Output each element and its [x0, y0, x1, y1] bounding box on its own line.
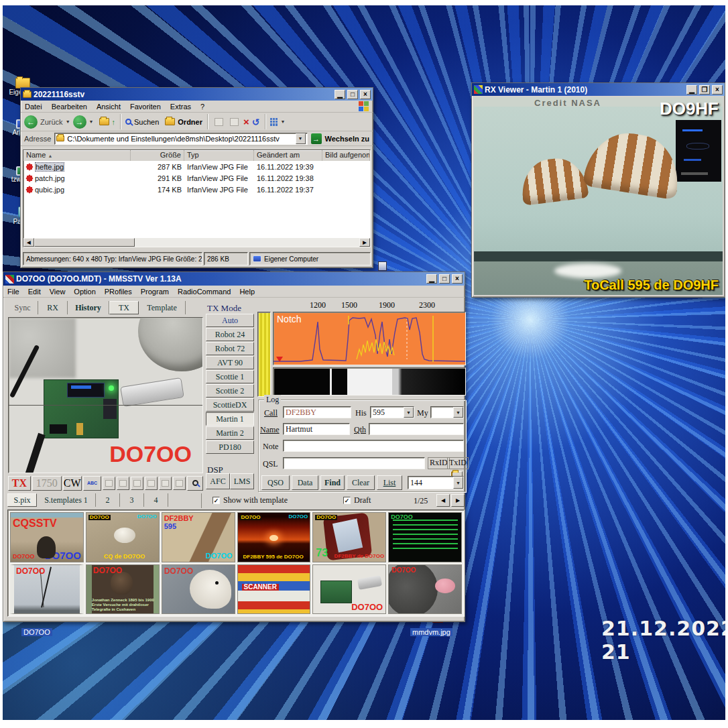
sstv-thumbnail[interactable]: DF2BBY 595 DO7OO	[162, 512, 235, 562]
tx-mode-button[interactable]: AVT 90	[206, 356, 254, 369]
call-input[interactable]: DF2BBY	[283, 406, 351, 418]
tab-stemplates1[interactable]: S.templates 1	[37, 493, 96, 507]
template-tool-button[interactable]	[131, 477, 143, 490]
zoom-button[interactable]	[187, 476, 203, 491]
address-input[interactable]: C:\Dokumente und Einstellungen\de8msh\De…	[54, 133, 307, 145]
menu-item-help[interactable]: ?	[200, 103, 204, 111]
his-combo[interactable]: 595▼	[370, 406, 414, 418]
tab-tx[interactable]: TX	[109, 301, 139, 314]
sstv-thumbnail[interactable]: SCANNER	[237, 564, 311, 615]
tx-mode-button[interactable]: Scottie 2	[206, 384, 254, 398]
sstv-thumbnail[interactable]: DO7OO	[388, 512, 462, 562]
tx-mode-button[interactable]: Scottie 1	[206, 370, 254, 383]
template-tool-button[interactable]	[159, 477, 172, 490]
tab-2[interactable]: 2	[96, 493, 120, 507]
views-icon[interactable]	[270, 118, 278, 126]
lms-button[interactable]: LMS	[230, 473, 254, 489]
column-header-name[interactable]: Name ▲	[23, 150, 131, 161]
sstv-thumbnail[interactable]: DO7OO 73 DF2BBY de DO7OO	[312, 512, 386, 562]
sstv-thumbnail[interactable]: DO7OO	[312, 564, 386, 615]
desktop-icon-do7oo[interactable]: DO7OO	[21, 625, 52, 638]
clear-button[interactable]: Clear	[347, 475, 375, 490]
tx-mode-button[interactable]: Robot 72	[206, 342, 254, 355]
scrollbar-thumb[interactable]	[34, 238, 135, 247]
tx-mode-button[interactable]: ScottieDX	[206, 398, 254, 412]
minimize-button[interactable]: ▁	[335, 90, 345, 99]
template-tool-button[interactable]	[173, 477, 186, 490]
back-button-label[interactable]: Zurück	[40, 118, 63, 126]
sstv-thumbnail[interactable]: DO7OO	[388, 564, 462, 615]
menu-item-favoriten[interactable]: Favoriten	[130, 103, 161, 111]
text-abc-button[interactable]: ABC	[83, 476, 102, 491]
scroll-left-button[interactable]: ◀	[23, 238, 34, 247]
waterfall-display[interactable]	[273, 367, 466, 396]
menu-item-ansicht[interactable]: Ansicht	[97, 103, 121, 111]
note-input[interactable]	[283, 440, 464, 452]
menu-item-help[interactable]: Help	[239, 288, 255, 296]
menu-item-radiocommand[interactable]: RadioCommand	[178, 288, 231, 296]
menu-item-datei[interactable]: Datei	[25, 103, 42, 111]
forward-dropdown-icon[interactable]: ▼	[89, 119, 94, 124]
marker-icon[interactable]	[276, 357, 283, 362]
horizontal-scrollbar[interactable]: ◀ ▶	[23, 238, 370, 247]
menu-item-program[interactable]: Program	[141, 288, 169, 296]
list-button[interactable]: List	[377, 475, 402, 490]
tx-mode-button[interactable]: PD180	[206, 440, 254, 454]
tab-sync[interactable]: Sync	[7, 301, 38, 314]
sstv-thumbnail[interactable]: DO7OO Jonathan Zenneck 1895 bis 1900 Ers…	[86, 564, 160, 615]
rx-viewer-titlebar[interactable]: RX Viewer - Martin 1 (2010) ▁ ❐ ×	[472, 83, 725, 96]
qsl-input[interactable]	[283, 457, 425, 469]
close-button[interactable]: ×	[360, 90, 371, 99]
column-header-type[interactable]: Typ	[184, 150, 254, 161]
up-folder-icon[interactable]	[99, 118, 109, 125]
menu-item-file[interactable]: File	[7, 288, 19, 296]
folders-icon[interactable]	[165, 118, 175, 125]
my-combo[interactable]: ▼	[430, 406, 464, 418]
find-button[interactable]: Find	[320, 475, 345, 490]
tab-rx[interactable]: RX	[38, 301, 68, 314]
delete-icon[interactable]: ×	[243, 116, 249, 127]
menu-item-bearbeiten[interactable]: Bearbeiten	[52, 103, 87, 111]
back-dropdown-icon[interactable]: ▼	[66, 119, 70, 124]
tone-1750-button[interactable]: 1750	[32, 476, 62, 491]
column-header-modified[interactable]: Geändert am	[254, 150, 322, 161]
template-tool-button[interactable]	[103, 477, 115, 490]
sstv-thumbnail[interactable]: DO7OO	[10, 564, 84, 615]
prev-page-button[interactable]: ◀	[436, 494, 450, 507]
sstv-thumbnail[interactable]: DO7OO DO7OO CQ de DO7OO	[86, 512, 160, 562]
search-icon[interactable]	[125, 119, 131, 125]
tab-4[interactable]: 4	[144, 493, 168, 507]
move-to-button[interactable]	[213, 115, 225, 129]
undo-icon[interactable]: ↺	[252, 117, 260, 127]
txid-toggle[interactable]: TxID	[447, 457, 469, 469]
explorer-titlebar[interactable]: 20221116sstv ▁ □ ×	[21, 88, 373, 101]
menu-item-edit[interactable]: Edit	[28, 288, 41, 296]
menu-item-option[interactable]: Option	[74, 288, 95, 296]
file-row[interactable]: hefte.jpg 287 KB IrfanView JPG File 16.1…	[23, 161, 370, 172]
template-tool-button[interactable]	[117, 477, 129, 490]
name-input[interactable]: Hartmut	[283, 423, 350, 435]
copy-to-button[interactable]	[228, 115, 241, 129]
maximize-button[interactable]: □	[439, 274, 450, 284]
search-button-label[interactable]: Suchen	[134, 118, 159, 126]
tx-mode-button-active[interactable]: Martin 1	[206, 412, 254, 426]
cw-button[interactable]: CW	[63, 476, 82, 491]
band-combo[interactable]: 144▼	[408, 476, 464, 489]
tab-spix[interactable]: S.pix	[7, 493, 37, 507]
next-page-button[interactable]: ▶	[451, 494, 465, 507]
spectrum-display[interactable]: Notch	[273, 312, 466, 365]
sstv-thumbnail[interactable]: DO7OO DO7OO DF2BBY 595 de DO7OO	[237, 512, 311, 562]
close-button[interactable]: ×	[712, 85, 723, 95]
go-button-label[interactable]: Wechseln zu	[325, 135, 369, 143]
sstv-thumbnail[interactable]: CQSSTV DO7OO DO7OO	[10, 512, 84, 562]
tx-mode-button[interactable]: Auto	[206, 314, 254, 327]
rxid-toggle[interactable]: RxID	[428, 457, 450, 469]
desktop-icon-mmdvm[interactable]: mmdvm.jpg	[410, 625, 452, 638]
folders-button-label[interactable]: Ordner	[178, 118, 202, 126]
file-row[interactable]: patch.jpg 291 KB IrfanView JPG File 16.1…	[23, 172, 370, 184]
column-header-photo-taken[interactable]: Bild aufgenomm	[322, 150, 370, 161]
tab-history[interactable]: History	[68, 301, 109, 314]
views-dropdown-icon[interactable]: ▼	[281, 119, 286, 124]
show-template-checkbox[interactable]: ✓ Show with template	[213, 495, 288, 505]
afc-button[interactable]: AFC	[206, 473, 230, 489]
